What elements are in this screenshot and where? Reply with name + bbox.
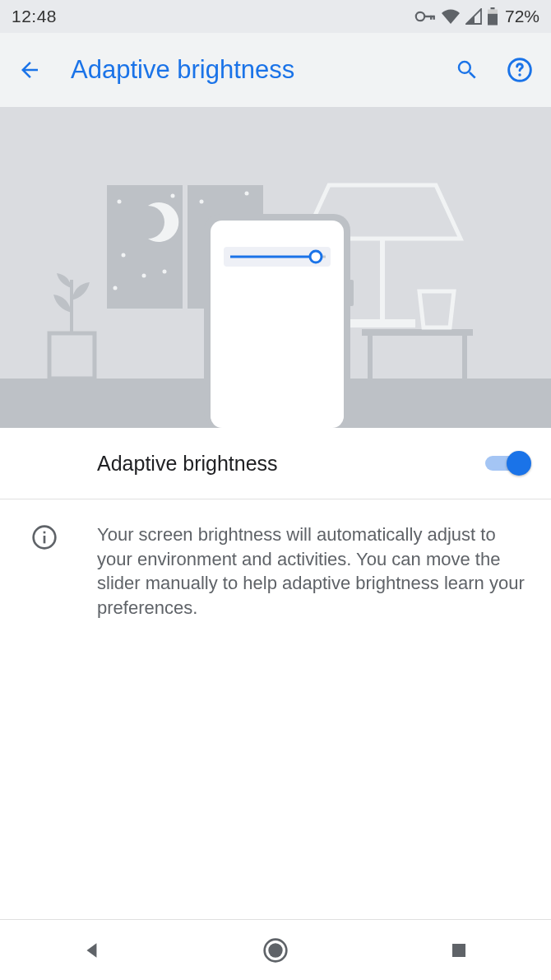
help-button[interactable]: [505, 55, 535, 85]
svg-point-9: [518, 73, 521, 76]
svg-point-24: [142, 274, 146, 278]
svg-rect-31: [349, 280, 354, 306]
circle-home-icon: [262, 937, 289, 964]
svg-rect-7: [488, 14, 498, 26]
svg-rect-18: [107, 185, 183, 309]
page-title: Adaptive brightness: [71, 55, 424, 85]
info-icon: [20, 523, 69, 620]
svg-rect-2: [430, 16, 432, 20]
help-icon: [507, 57, 533, 83]
search-button[interactable]: [452, 55, 482, 85]
illustration: [0, 107, 551, 428]
battery-percentage: 72%: [505, 7, 539, 26]
info-text: Your screen brightness will automaticall…: [97, 523, 531, 620]
search-icon: [455, 58, 479, 82]
svg-rect-41: [452, 944, 465, 957]
setting-label: Adaptive brightness: [97, 452, 485, 476]
svg-point-40: [268, 943, 282, 957]
triangle-back-icon: [81, 940, 103, 961]
navigation-bar: [0, 919, 551, 980]
square-recent-icon: [449, 941, 469, 960]
svg-point-21: [171, 194, 175, 198]
app-bar: Adaptive brightness: [0, 33, 551, 107]
svg-rect-11: [362, 329, 473, 336]
svg-point-35: [310, 251, 322, 262]
svg-point-23: [163, 270, 167, 274]
nav-back-button[interactable]: [76, 934, 109, 967]
svg-point-0: [416, 12, 424, 21]
status-bar: 12:48: [0, 0, 551, 33]
info-row: Your screen brightness will automaticall…: [0, 499, 551, 643]
svg-point-25: [113, 286, 118, 290]
svg-point-27: [245, 192, 249, 196]
back-button[interactable]: [16, 57, 43, 83]
status-icons: 72%: [414, 7, 539, 26]
svg-rect-4: [490, 7, 494, 10]
svg-rect-15: [350, 319, 415, 327]
cell-signal-icon: [465, 8, 482, 25]
nav-recent-button[interactable]: [442, 934, 475, 967]
battery-icon: [487, 7, 498, 26]
svg-point-20: [118, 200, 122, 204]
wifi-icon: [441, 8, 461, 25]
status-time: 12:48: [12, 7, 57, 26]
adaptive-brightness-row[interactable]: Adaptive brightness: [0, 428, 551, 499]
svg-rect-38: [44, 532, 46, 534]
vpn-key-icon: [414, 11, 436, 22]
nav-home-button[interactable]: [259, 934, 292, 967]
svg-rect-1: [424, 16, 434, 17]
svg-rect-16: [49, 333, 95, 379]
svg-rect-37: [44, 536, 46, 543]
svg-point-26: [200, 200, 204, 204]
arrow-back-icon: [17, 58, 42, 82]
toggle-thumb: [507, 451, 531, 476]
svg-point-22: [122, 253, 126, 258]
svg-rect-3: [433, 16, 434, 20]
adaptive-brightness-toggle[interactable]: [485, 451, 531, 476]
